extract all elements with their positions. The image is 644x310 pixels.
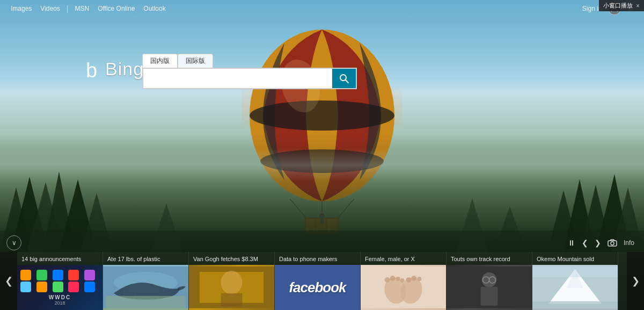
news-strip: ❮ 14 big announcements bbox=[0, 252, 644, 310]
tab-china[interactable]: 国内版 bbox=[142, 54, 178, 68]
news-title-whale: Ate 17 lbs. of plastic bbox=[103, 252, 188, 265]
search-button[interactable] bbox=[332, 69, 356, 88]
info-label[interactable]: Info bbox=[620, 237, 638, 249]
news-thumb-whale bbox=[103, 265, 188, 310]
news-item-woody[interactable]: Touts own track record bbox=[447, 252, 532, 310]
svg-rect-63 bbox=[532, 266, 618, 277]
svg-rect-43 bbox=[221, 293, 243, 307]
next-news-button[interactable]: ❯ bbox=[591, 236, 604, 249]
svg-point-2 bbox=[260, 149, 384, 173]
prev-icon: ❮ bbox=[582, 239, 588, 247]
camera-button[interactable] bbox=[604, 237, 620, 249]
svg-rect-37 bbox=[106, 296, 186, 308]
float-badge-close[interactable]: × bbox=[636, 2, 640, 10]
svg-point-12 bbox=[319, 213, 325, 219]
nav-images[interactable]: Images bbox=[6, 0, 36, 17]
camera-icon bbox=[608, 239, 617, 247]
bing-text: Bing bbox=[105, 59, 144, 80]
svg-line-6 bbox=[338, 199, 354, 218]
news-next-arrow[interactable]: ❯ bbox=[627, 252, 644, 310]
news-thumb-okemo bbox=[532, 265, 618, 310]
nav-outlook[interactable]: Outlook bbox=[139, 0, 170, 17]
news-title-vangogh: Van Gogh fetches $8.3M bbox=[189, 252, 274, 265]
news-title-woody: Touts own track record bbox=[447, 252, 532, 265]
news-thumb-baby bbox=[361, 265, 446, 310]
float-badge[interactable]: 小窗口播放 × bbox=[599, 0, 644, 11]
prev-arrow-icon: ❮ bbox=[5, 275, 13, 287]
float-badge-label: 小窗口播放 bbox=[603, 2, 633, 10]
chevron-down-icon: ∨ bbox=[12, 239, 17, 247]
svg-point-50 bbox=[400, 278, 405, 283]
svg-point-51 bbox=[406, 277, 411, 283]
news-item-vangogh[interactable]: Van Gogh fetches $8.3M bbox=[189, 252, 275, 310]
news-item-okemo[interactable]: Okemo Mountain sold bbox=[532, 252, 618, 310]
news-items-container: 14 big announcements bbox=[17, 252, 627, 310]
news-title-okemo: Okemo Mountain sold bbox=[532, 252, 618, 265]
svg-point-47 bbox=[385, 277, 390, 283]
svg-point-53 bbox=[417, 277, 421, 281]
news-title-baby: Female, male, or X bbox=[361, 252, 446, 265]
collapse-button[interactable]: ∨ bbox=[6, 235, 21, 250]
svg-line-4 bbox=[290, 199, 306, 218]
svg-point-52 bbox=[411, 276, 416, 281]
pause-icon: ⏸ bbox=[568, 239, 575, 247]
nav-office[interactable]: Office Online bbox=[93, 0, 139, 17]
svg-line-32 bbox=[346, 80, 349, 83]
next-arrow-icon: ❯ bbox=[632, 275, 640, 287]
news-title-facebook: Data to phone makers bbox=[275, 252, 360, 265]
facebook-logo-text: facebook bbox=[289, 279, 346, 296]
tab-intl[interactable]: 国际版 bbox=[178, 54, 213, 68]
search-area: 国内版 国际版 bbox=[142, 54, 357, 89]
pause-button[interactable]: ⏸ bbox=[565, 236, 579, 249]
svg-point-1 bbox=[250, 100, 394, 131]
news-thumb-woody bbox=[447, 265, 532, 310]
svg-point-49 bbox=[396, 277, 400, 281]
svg-rect-13 bbox=[320, 219, 324, 224]
svg-point-42 bbox=[221, 271, 243, 294]
search-box bbox=[142, 68, 357, 89]
news-prev-arrow[interactable]: ❮ bbox=[0, 252, 17, 310]
nav-divider: | bbox=[64, 4, 71, 13]
news-item-facebook[interactable]: Data to phone makers facebook bbox=[275, 252, 361, 310]
search-tabs: 国内版 国际版 bbox=[142, 54, 357, 68]
svg-point-48 bbox=[390, 276, 396, 281]
search-icon bbox=[339, 73, 349, 84]
news-item-wwdc[interactable]: 14 big announcements bbox=[17, 252, 103, 310]
top-nav: Images Videos | MSN Office Online Outloo… bbox=[0, 0, 644, 17]
news-thumb-wwdc: WWDC 2018 bbox=[17, 265, 103, 310]
news-thumb-vangogh bbox=[189, 265, 274, 310]
next-icon: ❯ bbox=[595, 239, 601, 247]
prev-news-button[interactable]: ❮ bbox=[579, 236, 591, 249]
svg-rect-64 bbox=[532, 301, 618, 308]
nav-msn[interactable]: MSN bbox=[70, 0, 93, 17]
svg-text:b: b bbox=[86, 59, 97, 80]
news-title-wwdc: 14 big announcements bbox=[17, 252, 103, 265]
news-item-baby[interactable]: Female, male, or X bbox=[361, 252, 447, 310]
bing-logo: b Bing bbox=[86, 58, 144, 80]
controls-bar: ∨ ⏸ ❮ ❯ Info bbox=[0, 234, 644, 252]
news-item-whale[interactable]: Ate 17 lbs. of plastic bbox=[103, 252, 189, 310]
svg-point-34 bbox=[611, 242, 614, 245]
search-input[interactable] bbox=[143, 69, 332, 88]
nav-videos[interactable]: Videos bbox=[36, 0, 64, 17]
news-thumb-facebook: facebook bbox=[275, 265, 360, 310]
svg-rect-56 bbox=[481, 287, 498, 306]
balloon bbox=[231, 16, 413, 242]
